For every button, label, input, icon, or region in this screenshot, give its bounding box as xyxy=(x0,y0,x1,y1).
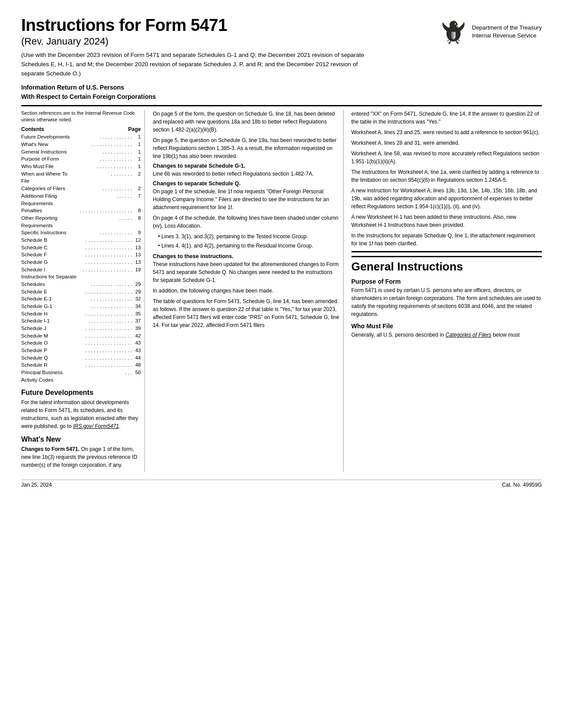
toc-item: Schedule F. . . . . . . . . . . . . . . … xyxy=(21,251,141,259)
toc-item-dots: . . . . . . . . . . . . . xyxy=(77,163,133,170)
toc-item: Schedule Q. . . . . . . . . . . . . . . … xyxy=(21,354,141,362)
toc-item: Future Developments. . . . . . . . . . .… xyxy=(21,133,141,141)
page-header: Instructions for Form 5471 (Rev. January… xyxy=(21,16,542,47)
toc-item-label: Schedule O xyxy=(21,339,77,347)
toc-item: Categories of Filers. . . . . . . . . . … xyxy=(21,185,141,192)
toc-item-dots: . . . . . . . . . . . . xyxy=(77,229,133,236)
toc-item: General Instructions. . . . . . . . . . … xyxy=(21,148,141,156)
toc-item-page: 19 xyxy=(133,266,141,274)
toc-item-page: 37 xyxy=(133,317,141,325)
right-para3: Worksheet A, lines 28 and 31, were amend… xyxy=(351,139,542,147)
toc-item-dots: . . . . . . . . . . . . . . . xyxy=(77,295,133,303)
toc-item-page: 32 xyxy=(133,295,141,303)
form-bold-title: Information Return of U.S. Persons With … xyxy=(21,83,542,101)
sched-q-body2: On page 4 of the schedule, the following… xyxy=(153,214,340,230)
changes-body1: These instructions have been updated for… xyxy=(153,260,340,284)
toc-item-label: Instructions for Separate xyxy=(21,273,77,281)
toc-item-page: 42 xyxy=(133,332,141,340)
sched-g1-body: Line 6b was reworded to better reflect R… xyxy=(153,170,340,178)
right-para4: Worksheet A, line 58, was revised to mor… xyxy=(351,150,542,165)
toc-item: Additional Filing Requirements. . . . . … xyxy=(21,192,141,207)
toc-item-dots: . . . . . . . . . . . . . . . . xyxy=(77,317,133,325)
footer-date: Jan 25, 2024 xyxy=(21,482,52,488)
toc-item-page: 13 xyxy=(133,244,141,251)
sched-q-heading: Changes to separate Schedule Q. xyxy=(153,180,340,187)
toc-item: Schedule I-1. . . . . . . . . . . . . . … xyxy=(21,317,141,325)
rev-line: (Rev. January 2024) xyxy=(21,36,227,47)
toc-item-page: 1 xyxy=(133,163,141,170)
toc-item-label: Schedule J xyxy=(21,325,77,332)
toc-item: Schedule R. . . . . . . . . . . . . . . … xyxy=(21,361,141,369)
toc-item: Schedule C. . . . . . . . . . . . . . . … xyxy=(21,244,141,251)
toc-item: Schedule G-1. . . . . . . . . . . . . . … xyxy=(21,303,141,310)
toc-item-page: 39 xyxy=(133,325,141,332)
toc-item-dots: . . . . . . . . . . . . . . . . . xyxy=(77,251,133,259)
toc-item: Schedule G. . . . . . . . . . . . . . . … xyxy=(21,259,141,266)
toc-item: Purpose of Form. . . . . . . . . . . .1 xyxy=(21,155,141,163)
irs-link: IRS.gov/ Form5471 xyxy=(73,423,119,429)
toc-item: What's New. . . . . . . . . . . . . . .1 xyxy=(21,141,141,148)
toc-item: Schedule E-1. . . . . . . . . . . . . . … xyxy=(21,295,141,303)
mid-para2: On page 5, the question on Schedule G, l… xyxy=(153,136,340,160)
toc-item-label: Additional Filing Requirements xyxy=(21,192,77,207)
toc-list: Future Developments. . . . . . . . . . .… xyxy=(21,133,141,383)
sched-q-label: Changes to separate Schedule Q. xyxy=(153,180,241,187)
sched-g1-label: Changes to separate Schedule G-1. xyxy=(153,163,246,169)
header-divider xyxy=(21,105,542,106)
toc-item-page: 9 xyxy=(133,229,141,236)
irs-eagle-icon xyxy=(439,18,468,46)
toc-item-page: 7 xyxy=(133,192,141,207)
agency-line2: Internal Revenue Service xyxy=(472,32,542,40)
toc-item: Schedule M. . . . . . . . . . . . . . . … xyxy=(21,332,141,340)
toc-item-dots: . . . . . . . . . . . xyxy=(77,185,133,192)
right-para8: In the instructions for separate Schedul… xyxy=(351,232,542,248)
whats-new-body: Changes to Form 5471. On page 1 of the f… xyxy=(21,445,141,469)
changes-body2: In addition, the following changes have … xyxy=(153,287,340,295)
toc-item-label: General Instructions xyxy=(21,148,77,156)
toc-item-page: 44 xyxy=(133,354,141,362)
section-ref-text: Section references are to the Internal R… xyxy=(21,110,141,123)
purpose-body: Form 5471 is used by certain U.S. person… xyxy=(351,286,542,318)
toc-item-label: Who Must File xyxy=(21,163,77,170)
left-column: Section references are to the Internal R… xyxy=(21,110,145,472)
subtitle-block: (Use with the December 2023 revision of … xyxy=(21,51,366,79)
who-must-body: Generally, all U.S. persons described in… xyxy=(351,331,542,339)
toc-item-page: 43 xyxy=(133,339,141,347)
toc-item-page: 1 xyxy=(133,155,141,163)
bullet1: Lines 3, 3(1), and 3(2), pertaining to t… xyxy=(158,233,340,240)
toc-item-label: Schedule B xyxy=(21,236,77,244)
toc-item-label: Schedule G-1 xyxy=(21,303,77,310)
toc-item-dots: . . . . . . . . . . . . xyxy=(77,133,133,141)
toc-item: Schedules. . . . . . . . . . . . . . .29 xyxy=(21,281,141,288)
toc-header: Contents Page xyxy=(21,126,141,132)
main-content-grid: Section references are to the Internal R… xyxy=(21,110,542,472)
general-instructions-heading: General Instructions xyxy=(351,256,542,274)
toc-item-dots: . . . . . . . . . . . . . . . . . xyxy=(77,332,133,340)
toc-item-label: Specific Instructions xyxy=(21,229,77,236)
right-column: entered "XX" on Form 5471, Schedule G, l… xyxy=(351,110,542,472)
bullet2: Lines 4, 4(1), and 4(2), pertaining to t… xyxy=(158,242,340,250)
toc-item: Who Must File. . . . . . . . . . . . .1 xyxy=(21,163,141,170)
toc-item-page: 35 xyxy=(133,310,141,318)
toc-item: Schedule B. . . . . . . . . . . . . . . … xyxy=(21,236,141,244)
toc-item-label: When and Where To File xyxy=(21,170,77,185)
toc-item-dots: . . . . . . . . . . . . . . . xyxy=(77,141,133,148)
toc-item-page: 8 xyxy=(133,207,141,214)
toc-item-dots: . . . . . . . . . . . . . . . xyxy=(77,281,133,288)
right-para5: The instructions for Worksheet A, line 1… xyxy=(351,168,542,184)
toc-item-label: Schedule E-1 xyxy=(21,295,77,303)
toc-item-dots: . . . . . . . . . . . . . . . . . xyxy=(77,236,133,244)
agency-line1: Department of the Treasury xyxy=(472,24,542,32)
toc-item-dots: . . . . . . . . . . . . xyxy=(77,155,133,163)
bold-title-line1: Information Return of U.S. Persons xyxy=(21,83,542,92)
toc-item-page: 2 xyxy=(133,170,141,185)
svg-line-4 xyxy=(447,40,449,41)
toc-item-dots: . . . . . . . . . . . . . . . . . xyxy=(77,347,133,354)
toc-item-dots: . . . . . . . . . . . . . . . . . xyxy=(77,288,133,296)
toc-item: Other Reporting Requirements. . . . .8 xyxy=(21,214,141,229)
toc-item-dots: . . . . . . . . . . . xyxy=(77,148,133,156)
toc-item-page: 13 xyxy=(133,259,141,266)
future-dev-heading: Future Developments xyxy=(21,389,141,397)
toc-item-dots: . . . . . . . . . . . . . . . . . xyxy=(77,354,133,362)
toc-item-label: Schedule I-1 xyxy=(21,317,77,325)
